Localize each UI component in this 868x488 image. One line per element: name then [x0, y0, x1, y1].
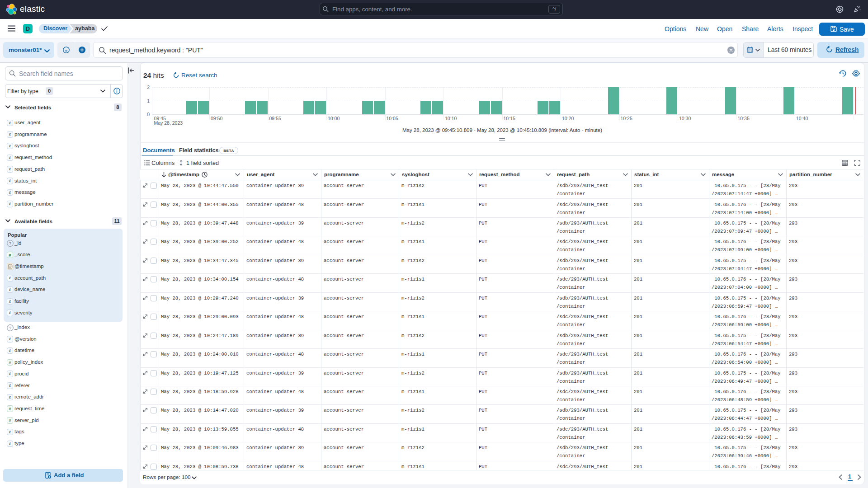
svg-text:?: ? [9, 325, 11, 330]
svg-text:?: ? [9, 241, 11, 246]
